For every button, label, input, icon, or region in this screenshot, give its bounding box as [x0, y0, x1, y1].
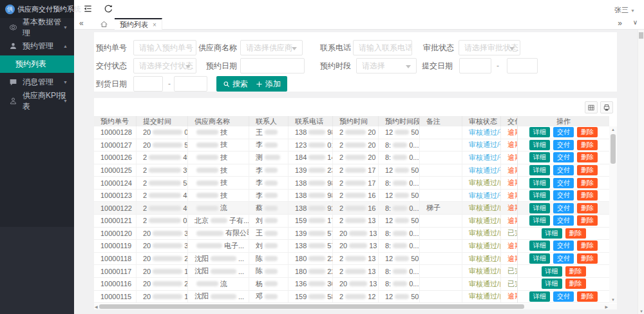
input-field-7[interactable] — [459, 58, 491, 74]
sidebar-item-0[interactable]: 基本数据管理▼ — [0, 18, 74, 37]
cell-order-no: 10000123 — [94, 190, 137, 202]
sidebar-item-4[interactable]: 供应商KPI报表▼ — [0, 92, 74, 110]
del-button[interactable]: 删除 — [577, 152, 598, 162]
user-menu[interactable]: 张三▼ — [614, 5, 635, 15]
scroll-down-icon[interactable]: ▼ — [611, 298, 615, 302]
detail-button[interactable]: 详细 — [542, 266, 562, 277]
redacted-text — [308, 142, 325, 148]
op-cell-10000119: 详细交付删除 — [518, 240, 609, 253]
detail-button[interactable]: 详细 — [529, 253, 550, 264]
del-button[interactable]: 删除 — [565, 266, 586, 277]
deliver-button[interactable]: 交付 — [553, 240, 574, 251]
cell-review-status: 审核通过/自动 — [462, 215, 501, 227]
redacted-text — [149, 218, 181, 223]
deliver-button[interactable]: 交付 — [553, 165, 574, 175]
cell-supplier: 技 — [188, 152, 249, 164]
select-field-1[interactable]: 请选择供应商 — [240, 40, 303, 55]
del-button[interactable]: 删除 — [577, 127, 598, 137]
del-button[interactable]: 删除 — [577, 190, 598, 201]
del-button[interactable]: 删除 — [577, 253, 598, 264]
deliver-button[interactable]: 交付 — [553, 152, 574, 162]
input-field-7[interactable] — [507, 58, 538, 74]
sidebar-item-2[interactable]: 预约列表 — [0, 55, 74, 73]
redacted-text — [393, 142, 407, 148]
chevrons-right-icon[interactable]: » — [618, 19, 622, 28]
redacted-text — [265, 281, 278, 286]
scroll-up-icon[interactable]: ▲ — [611, 128, 615, 132]
deliver-button[interactable]: 交付 — [553, 291, 574, 302]
scroll-right-icon[interactable]: ▶ — [605, 304, 608, 309]
cell-order-no: 10000119 — [94, 240, 137, 252]
cell-submit-time: 243 — [137, 190, 188, 202]
detail-button[interactable]: 详细 — [529, 203, 550, 213]
refresh-icon[interactable] — [104, 4, 114, 14]
col-header-0: 预约单号 — [94, 116, 137, 126]
detail-button[interactable]: 详细 — [529, 127, 550, 137]
del-button[interactable]: 删除 — [577, 165, 598, 175]
table-scroll-thumb[interactable] — [611, 134, 616, 164]
input-field-8[interactable] — [133, 76, 163, 92]
redacted-text — [345, 206, 366, 211]
page-scroll-thumb[interactable] — [639, 32, 643, 39]
del-button[interactable]: 删除 — [577, 215, 598, 226]
form-label-2: 联系电话 — [307, 40, 351, 55]
deliver-button[interactable]: 交付 — [553, 140, 574, 150]
deliver-button[interactable]: 交付 — [553, 203, 574, 213]
table-vertical-scrollbar[interactable]: ▲ ▼ — [609, 126, 617, 303]
select-field-6[interactable]: 请选择 — [356, 58, 417, 74]
detail-button[interactable]: 详细 — [529, 215, 550, 226]
sidebar-item-3[interactable]: 消息管理▼ — [0, 73, 74, 92]
app-logo-icon: 供 — [5, 5, 15, 14]
deliver-button[interactable]: 交付 — [553, 190, 574, 201]
detail-button[interactable]: 详细 — [529, 178, 550, 188]
deliver-button[interactable]: 交付 — [553, 215, 574, 226]
chevron-down-icon[interactable]: ∨ — [633, 19, 638, 26]
deliver-button[interactable]: 交付 — [553, 253, 574, 264]
op-cell-10000124: 详细交付删除 — [518, 177, 609, 190]
detail-button[interactable]: 详细 — [529, 240, 550, 251]
detail-button[interactable]: 详细 — [542, 279, 562, 289]
deliver-button[interactable]: 交付 — [553, 127, 574, 137]
detail-button[interactable]: 详细 — [542, 228, 562, 239]
del-button[interactable]: 删除 — [565, 279, 586, 289]
chevrons-left-icon[interactable]: « — [79, 19, 84, 28]
del-button[interactable]: 删除 — [577, 178, 598, 188]
table-columns-icon[interactable] — [585, 101, 598, 113]
del-button[interactable]: 删除 — [577, 240, 598, 251]
deliver-button[interactable]: 交付 — [553, 178, 574, 188]
input-field-8[interactable] — [174, 76, 207, 92]
redacted-text — [265, 231, 278, 236]
printer-icon[interactable] — [600, 101, 613, 113]
close-icon[interactable]: × — [153, 21, 156, 28]
detail-button[interactable]: 详细 — [529, 140, 550, 150]
scroll-left-icon[interactable]: ◀ — [95, 304, 98, 309]
horizontal-scroll-thumb[interactable] — [99, 304, 524, 309]
cell-order-no: 10000116 — [94, 278, 137, 290]
cell-submit-time: 2024 — [137, 253, 188, 265]
input-field-2[interactable]: 请输入联系电话 — [353, 40, 412, 55]
detail-button[interactable]: 详细 — [529, 291, 550, 302]
del-button[interactable]: 删除 — [577, 140, 598, 150]
page-scrollbar[interactable]: ▼ — [638, 30, 644, 314]
del-button[interactable]: 删除 — [577, 291, 598, 302]
page-scroll-down-icon[interactable]: ▼ — [639, 309, 643, 313]
tab-reservation-list[interactable]: 预约列表 × — [115, 18, 162, 30]
redacted-text — [345, 218, 366, 223]
redacted-text — [265, 243, 278, 248]
redacted-text — [345, 181, 366, 186]
sidebar-menu: 基本数据管理▼预约管理▲预约列表消息管理▼供应商KPI报表▼ — [0, 18, 74, 110]
detail-button[interactable]: 详细 — [529, 190, 550, 201]
add-button[interactable]: 添加 — [249, 76, 287, 92]
redacted-text — [196, 193, 218, 198]
detail-button[interactable]: 详细 — [529, 152, 550, 162]
home-icon[interactable] — [100, 20, 108, 28]
select-field-3[interactable]: 请选择审批状态 — [459, 40, 520, 55]
sidebar-item-1[interactable]: 预约管理▲ — [0, 37, 74, 55]
horizontal-scrollbar[interactable]: ◀ ▶ — [94, 304, 617, 309]
cell-supplier: 有限公司 — [188, 228, 249, 240]
del-button[interactable]: 删除 — [565, 228, 586, 239]
del-button[interactable]: 删除 — [577, 203, 598, 213]
collapse-sidebar-icon[interactable] — [83, 4, 93, 14]
input-field-5[interactable] — [240, 58, 305, 74]
detail-button[interactable]: 详细 — [529, 165, 550, 175]
